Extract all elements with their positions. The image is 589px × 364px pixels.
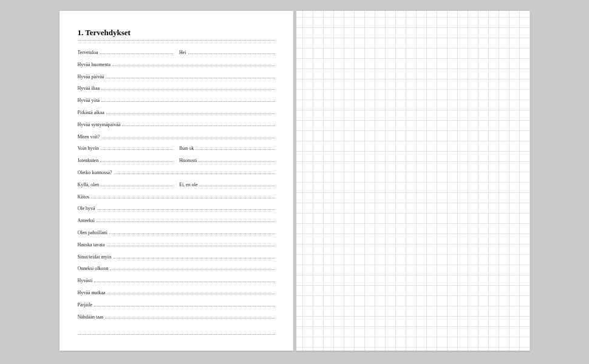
bottom-rule (78, 329, 275, 335)
vocab-row: Ole hyvä (78, 205, 275, 217)
fill-line (114, 254, 275, 258)
vocab-label: Olen pahoillani (78, 230, 110, 235)
vocab-label: Hyvää syntymäpäivää (78, 122, 123, 127)
vocab-label: Ei, en ole (179, 182, 199, 187)
vocab-label: Kyllä, olen (78, 182, 101, 187)
vocab-row: Hyvää päivää (78, 73, 275, 86)
vocab-label: Huonosti (179, 158, 199, 163)
vocab-row: Hyvää yötä (78, 97, 275, 109)
fill-line (91, 194, 274, 198)
fill-line (100, 157, 173, 162)
vocab-row: TervetuloaHei (78, 49, 275, 61)
vocab-row: Oletko kunnossa? (78, 169, 275, 181)
fill-line (94, 302, 275, 306)
vocab-row: Miten voit? (78, 133, 275, 146)
vocab-row: Pärjäile (78, 302, 275, 314)
vocab-entry: Pitkästä aikaa (78, 109, 275, 115)
vocab-entry-right: Ei, en ole (179, 181, 275, 187)
fill-line (106, 109, 275, 114)
vocab-row: Sinut/teidät myös (78, 254, 275, 266)
right-page-grid (296, 11, 530, 351)
fill-line (107, 289, 274, 294)
fill-line (122, 121, 274, 126)
vocab-entry: Hyvää syntymäpäivää (78, 121, 275, 127)
vocab-label: Sinut/teidät myös (78, 254, 114, 260)
fill-line (107, 241, 275, 246)
fill-line (101, 85, 274, 90)
vocab-entry-left: Voin hyvin (78, 145, 174, 151)
vocab-row: Hyvästi (78, 277, 275, 289)
fill-line (105, 314, 274, 318)
vocab-label: Oletko kunnossa? (78, 170, 114, 175)
left-page: 1. Tervehdykset TervetuloaHeiHyvää huome… (60, 11, 293, 351)
fill-line (97, 217, 275, 222)
vocab-label: Ihan ok (179, 146, 196, 151)
vocab-entry-right: Huonosti (179, 157, 275, 163)
vocab-row: JotenkutenHuonosti (78, 157, 275, 169)
vocab-row: Hyvää matkaa (78, 289, 275, 302)
vocab-label: Hyvää päivää (78, 74, 106, 79)
vocab-label: Miten voit? (78, 134, 102, 140)
vocab-label: Kiitos (78, 194, 92, 200)
vocab-label: Hauska tavata (78, 242, 107, 248)
vocab-row: Kiitos (78, 194, 275, 206)
fill-line (106, 73, 274, 78)
vocab-row: Hyvää iltaa (78, 85, 275, 97)
fill-line (199, 181, 274, 186)
vocab-entry: Hyvää iltaa (78, 85, 275, 91)
fill-line (188, 49, 275, 54)
vocab-entry: Pärjäile (78, 302, 275, 308)
vocab-label: Hyvää matkaa (78, 290, 107, 295)
fill-line (101, 145, 173, 150)
vocab-label: Hyvää huomenta (78, 62, 112, 67)
vocab-label: Pärjäile (78, 302, 94, 308)
vocab-entry-right: Hei (179, 49, 275, 55)
vocab-entry-right: Ihan ok (179, 145, 275, 151)
vocab-row: Onneksi olkoon (78, 265, 275, 277)
vocab-label: Anteeksi (78, 218, 97, 223)
vocab-list: TervetuloaHeiHyvää huomentaHyvää päivääH… (78, 49, 275, 325)
vocab-label: Nähdään taas (78, 314, 106, 320)
vocab-row: Kyllä, olenEi, en ole (78, 181, 275, 194)
fill-line (110, 265, 274, 270)
vocab-label: Pitkästä aikaa (78, 110, 106, 115)
fill-line (94, 277, 274, 282)
fill-line (102, 133, 275, 138)
vocab-entry: Hyvää huomenta (78, 61, 275, 67)
vocab-entry: Anteeksi (78, 217, 275, 223)
fill-line (199, 157, 274, 162)
vocab-label: Ole hyvä (78, 206, 97, 211)
vocab-row: Voin hyvinIhan ok (78, 145, 275, 157)
title-underline (78, 40, 275, 41)
vocab-entry: Ole hyvä (78, 205, 275, 211)
vocab-label: Hyvää iltaa (78, 86, 102, 91)
vocab-row: Nähdään taas (78, 314, 275, 326)
vocab-entry: Hyvää yötä (78, 97, 275, 103)
vocab-entry: Miten voit? (78, 133, 275, 140)
fill-line (101, 181, 173, 186)
fill-line (100, 49, 173, 54)
vocab-entry-left: Jotenkuten (78, 157, 174, 163)
vocab-label: Onneksi olkoon (78, 266, 111, 271)
vocab-label: Tervetuloa (78, 50, 100, 55)
vocab-entry: Onneksi olkoon (78, 265, 275, 271)
vocab-row: Pitkästä aikaa (78, 109, 275, 121)
vocab-row: Hyvää huomenta (78, 61, 275, 73)
vocab-entry: Hauska tavata (78, 241, 275, 248)
vocab-entry-left: Kyllä, olen (78, 181, 174, 187)
vocab-label: Hei (179, 50, 188, 55)
vocab-entry: Kiitos (78, 194, 275, 200)
page-title: 1. Tervehdykset (78, 28, 275, 38)
vocab-entry: Hyvästi (78, 277, 275, 283)
page-spread: 1. Tervehdykset TervetuloaHeiHyvää huome… (60, 11, 530, 351)
vocab-entry: Nähdään taas (78, 314, 275, 320)
fill-line (112, 61, 275, 66)
vocab-entry: Sinut/teidät myös (78, 254, 275, 260)
fill-line (196, 145, 274, 150)
vocab-entry: Hyvää päivää (78, 73, 275, 79)
vocab-entry-left: Tervetuloa (78, 49, 174, 55)
fill-line (97, 205, 275, 210)
fill-line (114, 169, 275, 174)
vocab-entry: Hyvää matkaa (78, 289, 275, 295)
vocab-row: Hyvää syntymäpäivää (78, 121, 275, 133)
